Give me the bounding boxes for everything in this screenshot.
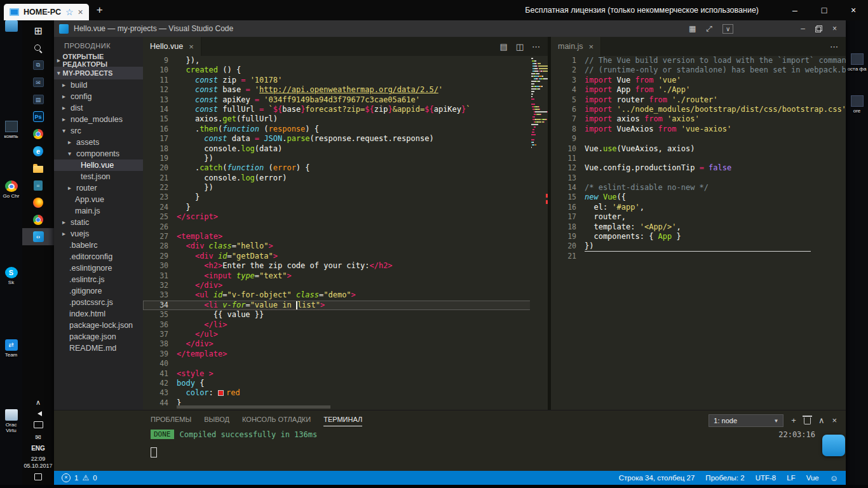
toolbar-chevron-icon[interactable]: ∨ bbox=[722, 24, 733, 34]
tree-item-config[interactable]: ▸config bbox=[54, 91, 143, 102]
code-line-16[interactable]: 16 el: '#app', bbox=[551, 203, 846, 212]
code-line-15[interactable]: 15new Vue({ bbox=[551, 193, 846, 202]
code-line-37[interactable]: 37 </ul> bbox=[143, 330, 531, 339]
code-line-38[interactable]: 38 </div> bbox=[143, 339, 531, 349]
tree-item-.postcssrc.js[interactable]: .postcssrc.js bbox=[54, 297, 143, 308]
code-line-31[interactable]: 31 <input type="text"> bbox=[143, 271, 531, 281]
warnings-icon[interactable]: ⚠ bbox=[82, 473, 89, 482]
code-line-20[interactable]: 20}) bbox=[551, 241, 846, 251]
code-line-23[interactable]: 23 } bbox=[143, 193, 531, 202]
new-terminal-icon[interactable]: + bbox=[791, 414, 796, 427]
tree-item-.eslintrc.js[interactable]: .eslintrc.js bbox=[54, 274, 143, 285]
code-line-7[interactable]: 7import axios from 'axios' bbox=[551, 114, 846, 124]
errors-icon[interactable] bbox=[62, 473, 71, 482]
code-line-11[interactable]: 11 bbox=[551, 154, 846, 163]
taskbar-clock[interactable]: 22:09 05.10.2017 bbox=[24, 456, 52, 470]
panel-tab-КОНСОЛЬ ОТЛАДКИ[interactable]: КОНСОЛЬ ОТЛАДКИ bbox=[242, 416, 311, 426]
more-actions-icon[interactable]: ⋯ bbox=[532, 42, 540, 51]
terminal-output[interactable]: DONE Compiled successfully in 136ms 22:0… bbox=[151, 430, 839, 471]
code-line-2[interactable]: 2// (runtime-only or standalone) has bee… bbox=[551, 65, 846, 75]
mail-icon[interactable]: ✉ bbox=[22, 74, 54, 91]
code-line-40[interactable]: 40 bbox=[143, 359, 531, 369]
search-icon[interactable] bbox=[22, 39, 54, 57]
fullscreen-icon[interactable]: ⤢ bbox=[706, 24, 712, 33]
code-line-5[interactable]: 5import router from './router' bbox=[551, 95, 846, 105]
open-preview-icon[interactable]: ▤ bbox=[499, 42, 507, 51]
minimize-window-icon[interactable]: – bbox=[801, 24, 805, 33]
tree-item-test.json[interactable]: test.json bbox=[54, 171, 143, 182]
tree-item-.gitignore[interactable]: .gitignore bbox=[54, 285, 143, 297]
code-line-36[interactable]: 36 </li> bbox=[143, 320, 531, 330]
code-line-19[interactable]: 19 }) bbox=[143, 154, 531, 163]
code-line-20[interactable]: 20 .catch(function (error) { bbox=[143, 163, 531, 173]
code-line-26[interactable]: 26 bbox=[143, 222, 531, 232]
code-line-18[interactable]: 18 console.log(data) bbox=[143, 144, 531, 154]
tree-item-Hello.vue[interactable]: Hello.vue bbox=[54, 159, 143, 171]
close-panel-icon[interactable]: × bbox=[832, 414, 837, 427]
favorite-star-icon[interactable]: ☆ bbox=[65, 7, 74, 17]
kill-terminal-icon[interactable] bbox=[804, 414, 811, 427]
code-line-33[interactable]: 33 <ul id="v-for-object" class="demo"> bbox=[143, 290, 531, 300]
tree-item-index.html[interactable]: index.html bbox=[54, 308, 143, 320]
split-editor-icon[interactable]: ◫ bbox=[516, 42, 524, 51]
maximize-panel-icon[interactable]: ∧ bbox=[818, 414, 825, 427]
tab-close-icon[interactable]: × bbox=[589, 42, 594, 51]
tree-item-package-lock.json[interactable]: package-lock.json bbox=[54, 320, 143, 331]
tree-item-node_modules[interactable]: ▸node_modules bbox=[54, 114, 143, 125]
minimap[interactable] bbox=[530, 56, 548, 410]
code-line-39[interactable]: 39</template> bbox=[143, 349, 531, 359]
desktop-file-2-desktop-icon[interactable]: ore bbox=[846, 95, 868, 114]
panel-tab-ТЕРМИНАЛ[interactable]: ТЕРМИНАЛ bbox=[323, 416, 362, 426]
vscode-titlebar[interactable]: Hello.vue — my-projects — Visual Studio … bbox=[54, 20, 846, 37]
terminal-select[interactable]: 1: node ▼ bbox=[709, 414, 783, 427]
language-indicator[interactable]: ENG bbox=[31, 445, 45, 452]
code-line-42[interactable]: 42body { bbox=[143, 379, 531, 388]
code-line-14[interactable]: 14/* eslint-disable no-new */ bbox=[551, 183, 846, 193]
this-pc-desktop-icon[interactable]: компь bbox=[0, 121, 22, 139]
more-actions-icon[interactable]: ⋯ bbox=[830, 42, 838, 51]
tree-item-assets[interactable]: ▸assets bbox=[54, 137, 143, 148]
tree-item-dist[interactable]: ▸dist bbox=[54, 102, 143, 114]
indentation[interactable]: Пробелы: 2 bbox=[705, 474, 744, 482]
tree-item-.editorconfig[interactable]: .editorconfig bbox=[54, 251, 143, 262]
photoshop-icon[interactable]: Ps bbox=[22, 108, 54, 125]
calculator-icon[interactable]: = bbox=[22, 177, 54, 194]
code-line-43[interactable]: 43 color: red bbox=[143, 388, 531, 398]
close-session-icon[interactable]: × bbox=[78, 7, 83, 17]
code-line-22[interactable]: 22 }) bbox=[143, 183, 531, 193]
notifications-icon[interactable]: ✉ bbox=[35, 433, 41, 441]
tv-maximize-button[interactable]: □ bbox=[810, 0, 839, 20]
restore-window-icon[interactable] bbox=[815, 25, 822, 32]
tree-item-main.js[interactable]: main.js bbox=[54, 205, 143, 217]
eol[interactable]: LF bbox=[787, 474, 795, 482]
error-count[interactable]: 1 bbox=[74, 474, 78, 482]
code-line-12[interactable]: 12Vue.config.productionTip = false bbox=[551, 163, 846, 173]
code-line-9[interactable]: 9 bbox=[551, 134, 846, 144]
code-line-41[interactable]: 41<style > bbox=[143, 369, 531, 379]
tree-item-.eslintignore[interactable]: .eslintignore bbox=[54, 262, 143, 274]
code-line-10[interactable]: 10Vue.use(VueAxios, axios) bbox=[551, 144, 846, 154]
tree-item-App.vue[interactable]: App.vue bbox=[54, 194, 143, 205]
editor1-code[interactable]: 9 }),10 created () {11 const zip = '1017… bbox=[143, 56, 548, 410]
close-window-icon[interactable]: × bbox=[832, 24, 837, 33]
tray-expand-icon[interactable]: ∧ bbox=[36, 398, 41, 406]
new-session-button[interactable]: + bbox=[97, 4, 103, 17]
skype-desktop-icon[interactable]: SSk bbox=[0, 267, 22, 285]
tab-hello-vue[interactable]: Hello.vue × bbox=[143, 37, 201, 56]
chrome-icon[interactable] bbox=[22, 125, 54, 142]
code-line-10[interactable]: 10 created () { bbox=[143, 65, 531, 75]
action-center-icon[interactable] bbox=[34, 473, 42, 482]
code-line-25[interactable]: 25</script> bbox=[143, 212, 531, 222]
code-line-15[interactable]: 15 axios.get(fullUrl) bbox=[143, 114, 531, 124]
virtualbox-desktop-icon[interactable]: Orac Virtu bbox=[0, 409, 22, 433]
feedback-smiley-icon[interactable]: ☺ bbox=[830, 473, 838, 483]
code-line-19[interactable]: 19 components: { App } bbox=[551, 232, 846, 241]
tree-item-README.md[interactable]: README.md bbox=[54, 342, 143, 354]
code-line-28[interactable]: 28 <div class="hello"> bbox=[143, 241, 531, 251]
code-line-4[interactable]: 4import App from './App' bbox=[551, 85, 846, 95]
code-line-35[interactable]: 35 {{ value }} bbox=[143, 310, 531, 320]
store-icon[interactable]: ▤ bbox=[22, 91, 54, 108]
session-tab[interactable]: HOME-PC ☆ × bbox=[4, 4, 89, 20]
recycle-bin-desktop-icon[interactable] bbox=[0, 20, 22, 33]
code-line-17[interactable]: 17 const data = JSON.parse(response.requ… bbox=[143, 134, 531, 144]
